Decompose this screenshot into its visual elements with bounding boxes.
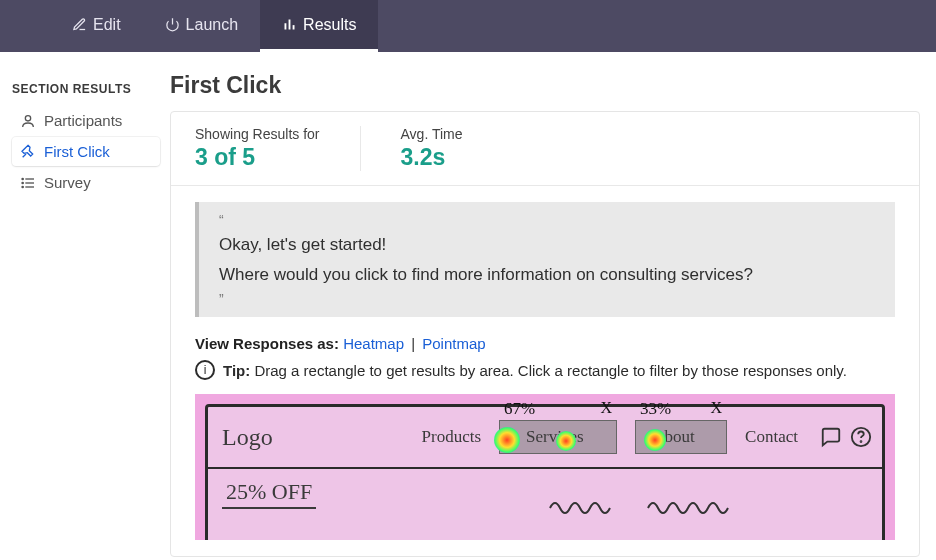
tab-launch[interactable]: Launch (143, 0, 261, 52)
separator: | (411, 335, 415, 352)
tab-label: Edit (93, 16, 121, 34)
sidebar-item-label: First Click (44, 143, 110, 160)
wireframe-promo: 25% OFF (222, 479, 316, 509)
quote-line: Okay, let's get started! (219, 232, 875, 258)
stat-avg-time: Avg. Time 3.2s (401, 126, 503, 171)
stat-showing: Showing Results for 3 of 5 (195, 126, 361, 171)
results-card: Showing Results for 3 of 5 Avg. Time 3.2… (170, 111, 920, 557)
quote-line: Where would you click to find more infor… (219, 262, 875, 288)
tip-row: i Tip: Drag a rectangle to get results b… (195, 360, 895, 380)
heat-spot (494, 427, 520, 453)
nav-contact: Contact (745, 427, 798, 447)
sidebar-item-survey[interactable]: Survey (12, 168, 160, 197)
sidebar-item-participants[interactable]: Participants (12, 106, 160, 135)
svg-line-5 (23, 154, 26, 157)
page-title: First Click (170, 72, 920, 99)
sidebar: SECTION RESULTS Participants First Click… (0, 52, 170, 560)
prompt-quote: “ Okay, let's get started! Where would y… (195, 202, 895, 317)
close-quote-icon: ” (219, 291, 875, 307)
bars-icon (282, 17, 297, 32)
region-services[interactable]: 67% X Services (499, 420, 617, 454)
svg-point-9 (22, 178, 23, 179)
pin-icon (20, 144, 36, 160)
sidebar-item-label: Participants (44, 112, 122, 129)
close-icon[interactable]: X (601, 399, 613, 417)
edit-icon (72, 17, 87, 32)
power-icon (165, 17, 180, 32)
stat-value: 3 of 5 (195, 144, 320, 171)
tab-results[interactable]: Results (260, 0, 378, 52)
squiggle-decoration (548, 493, 768, 523)
nav-services-label: Services (526, 427, 584, 447)
view-as-pointmap[interactable]: Pointmap (422, 335, 485, 352)
region-percentage: 67% (504, 399, 535, 419)
region-about[interactable]: 33% X About (635, 420, 727, 454)
tab-label: Launch (186, 16, 239, 34)
nav-products: Products (422, 427, 482, 447)
stat-label: Avg. Time (401, 126, 463, 142)
svg-point-10 (22, 182, 23, 183)
tab-edit[interactable]: Edit (50, 0, 143, 52)
heatmap-canvas[interactable]: Logo Products 67% X Services 33% (195, 394, 895, 540)
view-as-label: View Responses as: (195, 335, 339, 352)
svg-point-4 (25, 115, 30, 120)
sidebar-heading: SECTION RESULTS (12, 82, 160, 96)
svg-rect-3 (293, 25, 295, 29)
svg-rect-2 (289, 20, 291, 30)
stat-value: 3.2s (401, 144, 463, 171)
region-percentage: 33% (640, 399, 671, 419)
comment-icon (820, 426, 842, 448)
nav-about-label: About (652, 427, 695, 447)
tip-text: Drag a rectangle to get results by area.… (254, 362, 847, 379)
svg-rect-1 (285, 23, 287, 29)
svg-point-11 (22, 186, 23, 187)
sidebar-item-first-click[interactable]: First Click (12, 137, 160, 166)
svg-point-13 (861, 441, 862, 442)
top-nav: Edit Launch Results (0, 0, 936, 52)
info-icon: i (195, 360, 215, 380)
tab-label: Results (303, 16, 356, 34)
open-quote-icon: “ (219, 212, 875, 228)
list-icon (20, 175, 36, 191)
help-icon (850, 426, 872, 448)
tip-label: Tip: (223, 362, 250, 379)
user-icon (20, 113, 36, 129)
main: First Click Showing Results for 3 of 5 A… (170, 52, 936, 560)
sidebar-item-label: Survey (44, 174, 91, 191)
stat-label: Showing Results for (195, 126, 320, 142)
wireframe-logo: Logo (218, 424, 273, 451)
wireframe: Logo Products 67% X Services 33% (205, 404, 885, 540)
close-icon[interactable]: X (711, 399, 723, 417)
view-as-row: View Responses as: Heatmap | Pointmap (195, 335, 895, 352)
view-as-heatmap[interactable]: Heatmap (343, 335, 404, 352)
stats-row: Showing Results for 3 of 5 Avg. Time 3.2… (171, 112, 919, 186)
